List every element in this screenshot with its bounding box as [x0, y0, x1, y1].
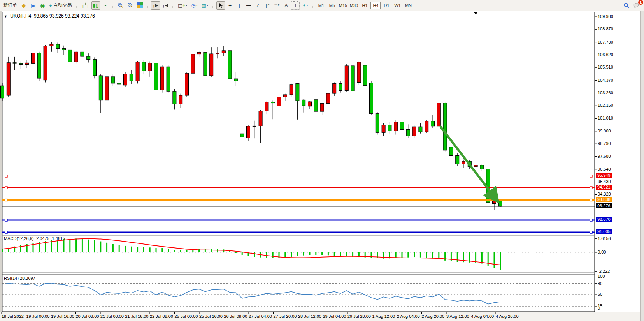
signals-icon[interactable]: ◉ — [38, 1, 47, 10]
auto-scroll-icon[interactable]: ╷▶ — [151, 1, 160, 10]
symbol-period-label: UKOil-,H4 — [10, 13, 31, 19]
timeframe-m30[interactable]: M30 — [349, 2, 359, 9]
clock-icon: ◷ — [191, 2, 195, 8]
chart-title: ▼ UKOil-,H4 93.865 93.926 93.224 93.276 — [4, 13, 95, 19]
toolbar-grip — [212, 2, 214, 9]
fibonacci-icon[interactable]: ≣F — [272, 1, 281, 10]
equidistant-channel-icon[interactable]: ∥E — [263, 1, 272, 10]
timeframe-group: M1M5M15M30H1H4D1W1MN — [314, 0, 415, 11]
template-button[interactable]: ▦▾ — [200, 1, 210, 10]
toolbar-grip — [112, 2, 114, 9]
toolbar-grip — [147, 2, 149, 9]
template-icon: ▦ — [202, 2, 206, 8]
autotrade-label: 自动交易 — [53, 2, 72, 9]
ohlc-close: 93.276 — [81, 13, 95, 19]
collapse-indicator-icon[interactable]: ▼ — [4, 14, 7, 18]
autotrade-button[interactable]: ● 自动交易 — [47, 1, 74, 10]
autotrade-globe-icon: ● — [49, 2, 52, 8]
crosshair-icon[interactable]: + — [226, 1, 234, 10]
ohlc-high: 93.926 — [49, 13, 64, 19]
text-label-icon[interactable]: T — [291, 1, 300, 10]
timeframe-d1[interactable]: D1 — [381, 2, 391, 9]
toolbar-grip — [172, 2, 174, 9]
macd-label: MACD(12,26,9) -2.0475 -1.4615 — [4, 236, 65, 241]
timeframe-w1[interactable]: W1 — [392, 2, 402, 9]
zoom-in-icon[interactable] — [116, 1, 125, 10]
ohlc-low: 93.224 — [65, 13, 79, 19]
tile-windows-icon[interactable] — [135, 1, 144, 10]
timeframe-m1[interactable]: M1 — [316, 2, 326, 9]
search-icon[interactable] — [622, 1, 631, 10]
candlestick-chart-icon[interactable]: ▮▯ — [91, 1, 100, 10]
timeframe-m15[interactable]: M15 — [338, 2, 348, 9]
rsi-value: 28.3697 — [20, 276, 35, 280]
vertical-line-icon[interactable]: | — [235, 1, 244, 10]
chart-canvas[interactable] — [0, 11, 644, 321]
timeframe-h4[interactable]: H4 — [370, 2, 381, 9]
timeframe-m5[interactable]: M5 — [327, 2, 337, 9]
period-button[interactable]: ◷▾ — [190, 1, 199, 10]
bar-chart-icon[interactable]: ╷╵╷ — [80, 1, 91, 10]
horizontal-line-icon[interactable]: — — [244, 1, 253, 10]
chart-window[interactable]: ▼ UKOil-,H4 93.865 93.926 93.224 93.276 … — [0, 11, 644, 321]
market-watch-icon[interactable]: ▣ — [29, 1, 37, 10]
new-order-button[interactable]: 新订单 — [2, 1, 19, 10]
line-chart-icon[interactable]: ~ — [101, 1, 109, 10]
notification-badge: 1 — [638, 0, 643, 5]
toolbar-grip — [312, 2, 314, 9]
main-toolbar: 新订单 ◆ ▣ ◉ ● 自动交易 ╷╵╷ ▮▯ ~ ╷▶ ╷◀ ▤+▾ — [0, 0, 644, 11]
toolbar-grip — [76, 2, 78, 9]
macd-values: -2.0475 -1.4615 — [35, 236, 65, 241]
timeframe-mn[interactable]: MN — [403, 2, 413, 9]
timeframe-h1[interactable]: H1 — [360, 2, 370, 9]
notifications-icon[interactable]: 1 — [632, 1, 641, 10]
new-chart-button[interactable]: ▤+▾ — [176, 1, 189, 10]
rsi-label: RSI(14) 28.3697 — [4, 276, 35, 280]
chart-shift-icon[interactable]: ╷◀ — [161, 1, 170, 10]
ohlc-open: 93.865 — [34, 13, 48, 19]
symbols-icon[interactable]: ◆ — [19, 1, 28, 10]
arrows-icon[interactable]: ✦▾ — [300, 1, 309, 10]
window-edge-strip — [640, 11, 644, 321]
text-icon[interactable]: A — [282, 1, 290, 10]
zoom-out-icon[interactable] — [126, 1, 135, 10]
trendline-icon[interactable]: ∕ — [254, 1, 262, 10]
cursor-icon[interactable] — [216, 1, 225, 10]
